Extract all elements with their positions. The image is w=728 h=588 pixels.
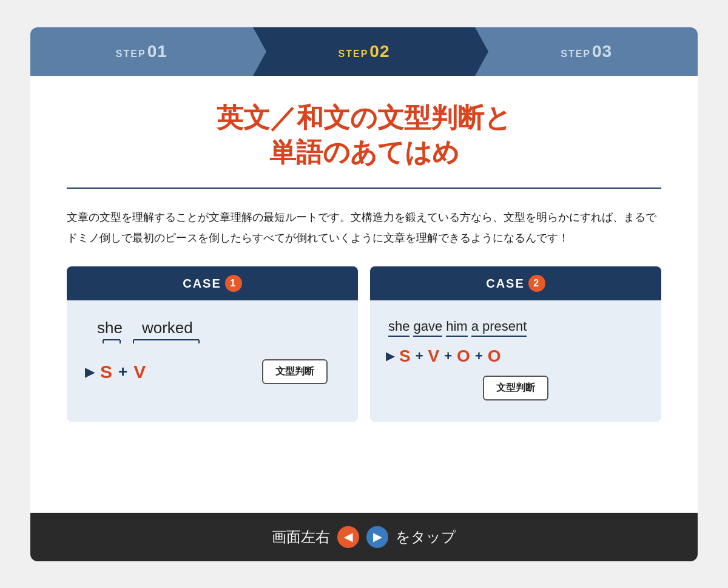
case1-plus1: +	[118, 362, 127, 381]
case2-formula-row: ▶ S + V + O + O	[382, 346, 649, 366]
case1-sentence: she worked	[79, 319, 346, 350]
case1-header: CASE 1	[67, 266, 358, 300]
next-button[interactable]: ▶	[366, 526, 388, 548]
case2-plus2: +	[444, 348, 452, 364]
case2-arrow: ▶	[386, 350, 394, 363]
case1-formula-row: ▶ S + V 文型判断	[79, 359, 346, 384]
case1-bracket-svg	[97, 337, 218, 350]
case1-body: she worked	[67, 300, 358, 422]
content-area: 英文／和文の文型判断と 単語のあてはめ 文章の文型を理解することが文章理解の最短…	[30, 76, 698, 513]
case2-words: she gave him	[388, 319, 527, 337]
case2-sentence: she gave him	[382, 319, 649, 337]
case2-word-him: him	[446, 319, 467, 334]
case2-word-she: she	[388, 319, 410, 334]
bottom-navigation: 画面左右 ◀ ▶ をタップ	[30, 513, 698, 561]
case2-btn-row: 文型判断	[382, 376, 649, 400]
case1-words: she worked	[97, 319, 193, 337]
step02-label: STEP	[339, 49, 369, 59]
case1-header-label: CASE	[183, 277, 221, 291]
case1-formula-s: S	[100, 362, 112, 382]
title-line2: 単語のあてはめ	[67, 135, 661, 169]
case2-header-label: CASE	[486, 277, 525, 291]
step-navigation: STEP 01 STEP 02 STEP 03	[30, 27, 698, 76]
case2-formula-v: V	[428, 346, 440, 366]
case2-she-bracket	[388, 334, 410, 337]
case1-word-worked: worked	[142, 319, 193, 337]
case2-him-group: him	[446, 319, 467, 337]
case1-word-she: she	[97, 319, 123, 337]
case2-gave-group: gave	[413, 319, 442, 337]
case2-word-apresent: a present	[471, 319, 527, 334]
case2-box: CASE 2 she ga	[370, 266, 661, 422]
step-03[interactable]: STEP 03	[475, 27, 698, 76]
step03-num: 03	[592, 42, 612, 61]
case2-apresent-bracket	[471, 334, 527, 337]
case2-gave-bracket	[413, 334, 442, 337]
case2-she-group: she	[388, 319, 410, 337]
step01-label: STEP	[116, 49, 146, 59]
case2-formula-o2: O	[488, 346, 501, 366]
case1-box: CASE 1 she worked	[67, 266, 358, 422]
bottom-text-right: をタップ	[396, 527, 456, 547]
description-text: 文章の文型を理解することが文章理解の最短ルートです。文構造力を鍛えている方なら、…	[67, 207, 661, 248]
case2-body: she gave him	[370, 300, 661, 422]
case2-plus3: +	[475, 348, 483, 364]
step03-label: STEP	[561, 49, 591, 59]
prev-button[interactable]: ◀	[337, 526, 359, 548]
case2-formula-s: S	[399, 346, 411, 366]
case2-formula-o1: O	[457, 346, 470, 366]
case1-formula-v: V	[133, 362, 146, 382]
page-title: 英文／和文の文型判断と 単語のあてはめ	[67, 100, 661, 169]
step02-num: 02	[369, 42, 389, 61]
step-01[interactable]: STEP 01	[30, 27, 253, 76]
main-card: STEP 01 STEP 02 STEP 03 英文／和文の文型判断と 単語のあ…	[30, 27, 698, 561]
case1-hantei-button[interactable]: 文型判断	[262, 359, 328, 384]
case1-num-badge: 1	[225, 275, 242, 292]
step-02[interactable]: STEP 02	[253, 27, 476, 76]
case2-header: CASE 2	[370, 266, 661, 300]
case2-apresent-group: a present	[471, 319, 527, 337]
title-line1: 英文／和文の文型判断と	[67, 100, 661, 135]
case2-him-bracket	[446, 334, 467, 337]
case1-arrow: ▶	[85, 365, 94, 379]
case2-plus1: +	[416, 348, 423, 364]
cases-row: CASE 1 she worked	[67, 266, 661, 422]
step01-num: 01	[147, 42, 167, 61]
title-divider	[67, 188, 661, 189]
bottom-text-left: 画面左右	[272, 527, 330, 547]
case2-hantei-button[interactable]: 文型判断	[483, 376, 548, 400]
case2-num-badge: 2	[528, 275, 545, 292]
case2-word-gave: gave	[413, 319, 442, 334]
